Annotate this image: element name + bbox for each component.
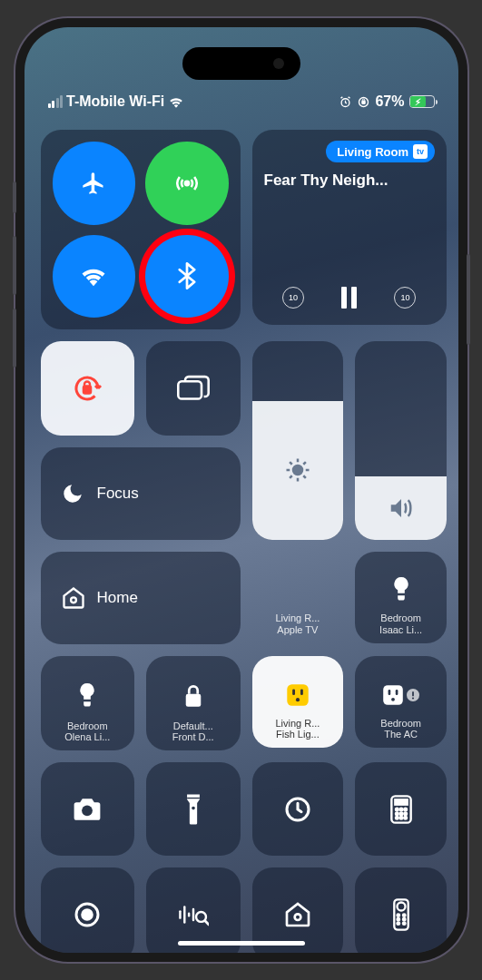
brightness-icon [284, 456, 311, 484]
home-icon [61, 585, 86, 611]
wifi-icon [168, 95, 184, 108]
svg-rect-2 [362, 101, 365, 103]
orientation-lock-icon [71, 372, 103, 405]
appletv-icon: tv [413, 144, 428, 159]
timer-button[interactable] [252, 762, 344, 857]
orientation-lock-icon [357, 95, 370, 109]
wifi-button[interactable] [53, 235, 136, 318]
battery-pct: 67% [375, 93, 404, 110]
svg-point-47 [397, 918, 399, 921]
svg-rect-37 [179, 910, 181, 919]
cellular-signal-icon [48, 95, 64, 108]
svg-rect-5 [178, 381, 202, 398]
remote-icon [393, 898, 409, 931]
airplay-destination-pill[interactable]: Living Room tv [326, 141, 435, 162]
skip-back-button[interactable]: 10 [282, 287, 304, 309]
moon-icon [61, 482, 84, 505]
focus-label: Focus [97, 485, 139, 503]
svg-rect-9 [287, 684, 308, 705]
svg-point-44 [397, 903, 405, 911]
svg-rect-22 [187, 797, 200, 798]
sound-search-icon [178, 900, 209, 929]
accessory-front-door[interactable]: Default...Front D... [146, 656, 241, 750]
record-icon [73, 900, 102, 929]
antenna-icon [174, 171, 200, 196]
lightbulb-icon [76, 683, 98, 709]
screen-mirroring-button[interactable] [146, 341, 241, 436]
svg-point-21 [192, 806, 195, 809]
media-controls[interactable]: Living Room tv Fear Thy Neigh... 10 10 [252, 130, 448, 325]
media-title: Fear Thy Neigh... [264, 172, 436, 190]
svg-rect-14 [389, 690, 391, 695]
cellular-data-button[interactable] [145, 142, 229, 225]
svg-rect-38 [183, 906, 185, 923]
lock-icon [183, 684, 203, 708]
calculator-button[interactable] [355, 762, 447, 857]
screen-mirroring-icon [177, 375, 210, 402]
svg-rect-18 [412, 691, 414, 696]
home-button[interactable]: Home [41, 552, 241, 644]
volume-slider[interactable] [355, 341, 447, 540]
svg-point-36 [83, 910, 93, 920]
home-indicator[interactable] [178, 941, 305, 946]
camera-button[interactable] [41, 762, 135, 857]
svg-point-20 [82, 805, 93, 816]
svg-point-48 [403, 918, 406, 921]
alarm-icon [339, 95, 352, 109]
svg-rect-11 [300, 689, 303, 695]
outlet-icon [382, 684, 404, 706]
svg-rect-39 [188, 913, 190, 917]
home-icon [283, 900, 312, 929]
airplane-mode-button[interactable] [53, 142, 136, 225]
accessory-appletv[interactable]: Living R...Apple TV [252, 552, 344, 643]
svg-rect-15 [396, 690, 398, 695]
flashlight-button[interactable] [146, 762, 241, 857]
svg-rect-4 [84, 387, 92, 394]
home-app-button[interactable] [252, 867, 344, 953]
outlet-icon [286, 683, 310, 707]
focus-button[interactable]: Focus [41, 447, 241, 540]
svg-point-42 [295, 914, 301, 920]
play-pause-button[interactable] [341, 287, 357, 309]
status-bar: T-Mobile Wi-Fi 67% ⚡︎ [41, 93, 442, 110]
svg-point-32 [396, 817, 398, 819]
calculator-icon [390, 795, 412, 824]
connectivity-group[interactable] [41, 130, 241, 329]
flashlight-icon [184, 793, 202, 826]
svg-point-16 [391, 698, 395, 701]
svg-point-28 [404, 808, 407, 810]
svg-rect-13 [383, 685, 403, 705]
airplane-icon [81, 171, 106, 196]
carrier-label: T-Mobile Wi-Fi [66, 93, 164, 110]
svg-point-27 [399, 808, 402, 810]
accessory-bedroom-isaac[interactable]: BedroomIsaac Li... [355, 552, 447, 643]
skip-forward-button[interactable]: 10 [394, 287, 416, 309]
svg-point-45 [397, 914, 399, 916]
svg-point-34 [404, 817, 407, 819]
shazam-button[interactable] [146, 867, 241, 953]
svg-point-49 [397, 922, 399, 925]
apple-tv-remote-button[interactable] [355, 867, 447, 953]
accessory-ac[interactable]: BedroomThe AC [355, 656, 447, 748]
svg-point-19 [412, 697, 414, 699]
accessory-bedroom-olena[interactable]: BedroomOlena Li... [41, 656, 135, 750]
alert-icon [407, 689, 419, 701]
accessory-fish-light[interactable]: Living R...Fish Lig... [252, 656, 344, 748]
svg-point-30 [399, 812, 402, 815]
svg-point-46 [403, 914, 406, 916]
svg-rect-40 [192, 908, 194, 922]
svg-rect-10 [292, 689, 295, 695]
svg-point-33 [399, 817, 402, 819]
svg-rect-8 [185, 694, 201, 707]
screen-record-button[interactable] [41, 867, 135, 953]
bluetooth-icon [175, 262, 199, 289]
svg-point-12 [296, 698, 300, 701]
orientation-lock-button[interactable] [41, 341, 135, 436]
bluetooth-button[interactable] [145, 235, 229, 318]
home-label: Home [97, 589, 138, 607]
camera-icon [72, 797, 103, 822]
svg-point-50 [403, 922, 406, 925]
svg-point-3 [185, 181, 189, 185]
brightness-slider[interactable] [252, 341, 344, 540]
wifi-icon [80, 265, 107, 287]
